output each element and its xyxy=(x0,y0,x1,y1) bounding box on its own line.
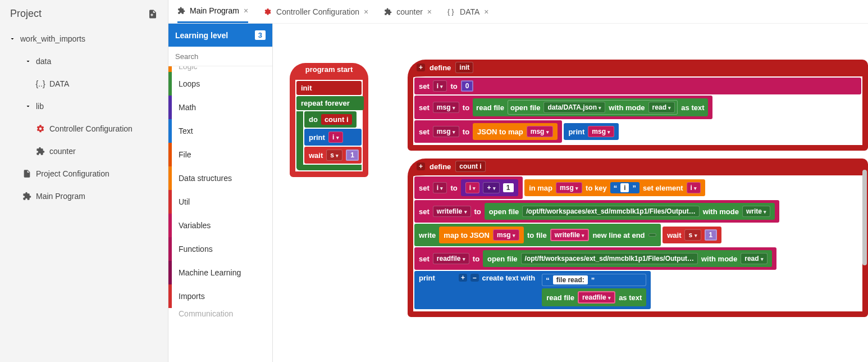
block-set-msg-readfile[interactable]: set msg ▾ to read file open file data/DA… xyxy=(414,96,712,119)
block-wait-2[interactable]: wait s ▾ 1 xyxy=(663,227,721,243)
block-canvas[interactable]: program start init repeat forever do cou… xyxy=(273,24,868,362)
tab-counter[interactable]: counter × xyxy=(384,0,432,23)
close-icon[interactable]: × xyxy=(364,7,368,16)
block-define-expand-icon[interactable]: + xyxy=(417,64,425,71)
block-var-msg[interactable]: msg ▾ xyxy=(433,126,459,137)
block-open-file-data[interactable]: open file data/DATA.json ▾ with mode rea… xyxy=(508,100,678,115)
block-call-init[interactable]: init xyxy=(296,81,362,95)
block-number-1[interactable]: 1 xyxy=(503,183,514,192)
toolbox-category-loops[interactable]: Loops xyxy=(168,72,272,96)
toolbox-category-logic[interactable]: Logic xyxy=(168,66,272,72)
block-var-i[interactable]: i ▾ xyxy=(433,80,447,92)
block-set-i-plus1[interactable]: set i ▾ to i ▾ + ▾ 1 xyxy=(414,177,523,199)
tree-root[interactable]: work_with_imports xyxy=(0,28,168,50)
block-var-msg[interactable]: msg ▾ xyxy=(433,102,459,113)
block-read-file[interactable]: read file open file data/DATA.json ▾ wit… xyxy=(473,98,707,116)
block-print-msg[interactable]: print msg ▾ xyxy=(564,123,619,140)
block-read-file-2[interactable]: read file readfile ▾ as text xyxy=(542,288,646,306)
toolbox-category-data-structures[interactable]: Data structures xyxy=(168,166,272,190)
toolbox-category-ml[interactable]: Machine Learning xyxy=(168,261,272,284)
block-number-0[interactable]: 0 xyxy=(461,80,474,92)
toolbox-category-math[interactable]: Math xyxy=(168,96,272,119)
block-wait[interactable]: wait s ▾ 1 xyxy=(304,147,362,164)
block-wait-unit[interactable]: s ▾ xyxy=(684,229,701,241)
block-add-input-icon[interactable]: + xyxy=(459,274,467,282)
block-repeat-forever[interactable]: repeat forever xyxy=(296,96,364,110)
learning-level-badge: 3 xyxy=(255,30,266,40)
tree-item-data-json[interactable]: {..} DATA xyxy=(0,73,168,95)
block-op-plus[interactable]: + ▾ xyxy=(483,182,499,193)
block-file-path-output[interactable]: /opt/ft/workspaces/ext_sd/mmcblk1p1/File… xyxy=(522,206,699,217)
toolbox-category-communication[interactable]: Communication xyxy=(168,308,272,319)
block-set-msg-jsonmap[interactable]: set msg ▾ to JSON to map msg ▾ xyxy=(414,120,562,143)
block-write-file[interactable]: write map to JSON msg ▾ to file writefil… xyxy=(414,224,661,246)
block-string-literal[interactable]: “file read:” xyxy=(542,274,646,286)
block-wait-unit[interactable]: s ▾ xyxy=(326,150,342,161)
block-var-writefile[interactable]: writefile ▾ xyxy=(433,206,471,217)
block-var-writefile[interactable]: writefile ▾ xyxy=(550,229,590,241)
block-define-expand-icon[interactable]: + xyxy=(417,162,425,170)
block-in-map-set[interactable]: in map msg ▾ to key “i” set element i ▾ xyxy=(524,179,705,196)
block-stack-define-count[interactable]: + define count i set i ▾ to i ▾ + ▾ xyxy=(408,159,868,317)
block-var-i[interactable]: i ▾ xyxy=(465,182,480,193)
block-call-count[interactable]: count i xyxy=(321,114,352,125)
block-stack-program-start[interactable]: program start init repeat forever do cou… xyxy=(290,63,368,177)
block-open-file-read2[interactable]: open file /opt/ft/workspaces/ext_sd/mmcb… xyxy=(483,250,772,267)
close-icon[interactable]: × xyxy=(427,7,432,16)
tab-main-program[interactable]: Main Program × xyxy=(177,0,248,23)
block-set-writefile[interactable]: set writefile ▾ to open file /opt/ft/wor… xyxy=(414,200,779,223)
block-mode-write[interactable]: write ▾ xyxy=(742,206,770,217)
tree-item-controller-config[interactable]: Controller Configuration xyxy=(0,117,168,140)
braces-icon: { } xyxy=(447,8,455,16)
toolbox-category-file[interactable]: File xyxy=(168,143,272,166)
toolbox-search[interactable] xyxy=(168,47,272,66)
block-wait-value[interactable]: 1 xyxy=(346,150,359,161)
toolbox-category-text[interactable]: Text xyxy=(168,119,272,143)
close-icon[interactable]: × xyxy=(244,6,248,15)
block-set-i-0[interactable]: set i ▾ to 0 xyxy=(414,78,861,94)
block-json-to-map[interactable]: JSON to map msg ▾ xyxy=(473,123,558,140)
block-file-path-output[interactable]: /opt/ft/workspaces/ext_sd/mmcblk1p1/File… xyxy=(521,253,698,264)
block-open-file-write[interactable]: open file /opt/ft/workspaces/ext_sd/mmcb… xyxy=(485,203,775,220)
block-var-msg[interactable]: msg ▾ xyxy=(588,126,614,137)
close-icon[interactable]: × xyxy=(484,7,488,16)
tab-controller-config[interactable]: Controller Configuration × xyxy=(264,0,368,23)
block-mode-read[interactable]: read ▾ xyxy=(741,253,768,264)
tree-item-project-config[interactable]: Project Configuration xyxy=(0,162,168,185)
block-checkbox-newline[interactable] xyxy=(648,233,656,237)
block-file-path[interactable]: data/DATA.json ▾ xyxy=(543,102,605,113)
block-stack-define-init[interactable]: + define init set i ▾ to 0 set xyxy=(408,60,868,151)
toolbox-category-imports[interactable]: Imports xyxy=(168,284,272,308)
block-set-readfile[interactable]: set readfile ▾ to open file /opt/ft/work… xyxy=(414,247,776,270)
block-remove-input-icon[interactable]: – xyxy=(470,274,479,282)
new-file-icon[interactable] xyxy=(148,9,158,19)
block-print-createtext[interactable]: print + – create text with “file read:” … xyxy=(414,271,651,309)
search-input[interactable] xyxy=(175,52,269,61)
block-define-name[interactable]: init xyxy=(455,62,473,73)
block-var-msg[interactable]: msg ▾ xyxy=(527,126,553,137)
block-math-add[interactable]: i ▾ + ▾ 1 xyxy=(461,179,518,196)
tree-item-main-program[interactable]: Main Program xyxy=(0,185,168,207)
block-var-i[interactable]: i ▾ xyxy=(328,132,343,143)
block-map-to-json[interactable]: map to JSON msg ▾ xyxy=(439,227,524,243)
block-var-readfile[interactable]: readfile ▾ xyxy=(433,253,469,264)
block-wait-value[interactable]: 1 xyxy=(705,229,718,241)
block-define-name[interactable]: count i xyxy=(455,161,485,172)
tree-folder-data[interactable]: data xyxy=(0,50,168,73)
tree-folder-lib[interactable]: lib xyxy=(0,95,168,117)
block-var-readfile[interactable]: readfile ▾ xyxy=(578,291,615,304)
block-string-i[interactable]: “i” xyxy=(610,182,639,193)
tree-item-counter[interactable]: counter xyxy=(0,140,168,162)
toolbox-category-util[interactable]: Util xyxy=(168,190,272,214)
block-print-i[interactable]: print i ▾ xyxy=(304,129,362,146)
canvas-scrollbar[interactable] xyxy=(862,170,867,265)
block-var-i[interactable]: i ▾ xyxy=(433,182,447,193)
block-mode-read[interactable]: read ▾ xyxy=(648,102,675,113)
tab-data[interactable]: { } DATA × xyxy=(447,0,488,23)
block-var-msg[interactable]: msg ▾ xyxy=(556,182,582,193)
toolbox-category-variables[interactable]: Variables xyxy=(168,214,272,237)
block-var-i[interactable]: i ▾ xyxy=(687,182,701,193)
toolbox-category-functions[interactable]: Functions xyxy=(168,237,272,261)
block-var-msg[interactable]: msg ▾ xyxy=(493,229,519,241)
learning-level-bar[interactable]: Learning level 3 xyxy=(168,24,272,47)
